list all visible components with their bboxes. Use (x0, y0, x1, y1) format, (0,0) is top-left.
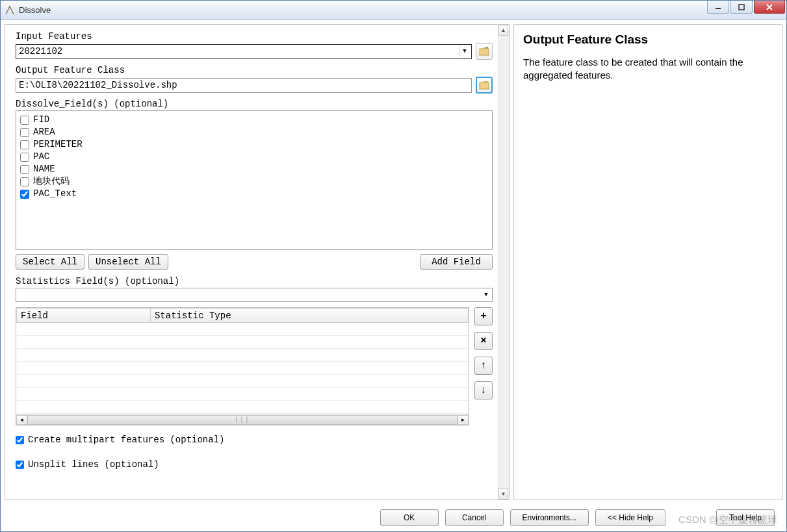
tool-help-button[interactable]: Tool Help (716, 509, 775, 526)
close-button[interactable] (754, 1, 785, 14)
cancel-button[interactable]: Cancel (445, 509, 504, 526)
table-row[interactable] (17, 323, 469, 336)
field-checkbox[interactable] (20, 177, 29, 186)
statistics-label: Statistics Field(s) (optional) (16, 276, 493, 286)
dialog-window: Dissolve Input Features 20221102 ▼ (0, 0, 787, 532)
dissolve-field-item[interactable]: NAME (20, 163, 488, 175)
move-up-button[interactable]: ↑ (474, 357, 493, 375)
field-checkbox[interactable] (20, 165, 29, 174)
stats-col-stat[interactable]: Statistic Type (150, 309, 468, 323)
scroll-right-icon[interactable]: ► (458, 415, 469, 425)
field-checkbox[interactable] (20, 153, 29, 162)
field-name: PAC (33, 151, 49, 163)
unsplit-checkbox[interactable]: Unsplit lines (optional) (16, 459, 493, 470)
table-row[interactable] (17, 349, 469, 362)
svg-rect-1 (739, 5, 744, 10)
help-title: Output Feature Class (523, 32, 773, 47)
field-checkbox[interactable] (20, 116, 29, 125)
field-name: NAME (33, 163, 55, 175)
remove-stat-button[interactable]: × (474, 332, 493, 350)
hide-help-button[interactable]: << Hide Help (595, 509, 665, 526)
field-checkbox[interactable] (20, 128, 29, 137)
minimize-button[interactable] (707, 1, 729, 14)
unsplit-label: Unsplit lines (optional) (28, 459, 159, 470)
field-name: PAC_Text (33, 188, 77, 200)
environments-button[interactable]: Environments... (510, 509, 589, 526)
dropdown-arrow-icon[interactable]: ▼ (459, 46, 470, 57)
help-body: The feature class to be created that wil… (523, 56, 773, 82)
move-down-button[interactable]: ↓ (474, 381, 493, 399)
add-stat-button[interactable]: + (474, 307, 493, 325)
add-field-button[interactable]: Add Field (420, 254, 493, 270)
dissolve-field-item[interactable]: 地块代码 (20, 175, 488, 188)
field-checkbox[interactable] (20, 140, 29, 149)
unselect-all-button[interactable]: Unselect All (88, 254, 168, 270)
scroll-left-icon[interactable]: ◄ (16, 415, 27, 425)
statistics-dropdown[interactable]: ▼ (16, 288, 493, 302)
dissolve-fields-list[interactable]: FIDAREAPERIMETERPACNAME地块代码PAC_Text (16, 110, 493, 250)
app-icon (5, 5, 15, 16)
input-features-browse-button[interactable] (476, 43, 493, 60)
form-panel: Input Features 20221102 ▼ Output Feature… (5, 25, 498, 500)
svg-rect-0 (716, 8, 721, 9)
input-features-label: Input Features (16, 31, 493, 42)
maximize-button[interactable] (730, 1, 753, 14)
input-features-value: 20221102 (19, 46, 459, 57)
table-row[interactable] (17, 336, 469, 349)
dissolve-field-item[interactable]: PAC (20, 151, 488, 163)
dissolve-field-item[interactable]: AREA (20, 126, 488, 138)
input-features-combo[interactable]: 20221102 ▼ (16, 44, 472, 59)
output-fc-browse-button[interactable] (476, 77, 493, 94)
ok-button[interactable]: OK (380, 509, 439, 526)
dropdown-arrow-icon: ▼ (480, 292, 492, 298)
dialog-footer: OK Cancel Environments... << Hide Help T… (1, 504, 786, 531)
statistics-table[interactable]: Field Statistic Type (16, 307, 469, 425)
scroll-up-icon[interactable]: ▲ (498, 25, 508, 36)
dissolve-field-item[interactable]: PERIMETER (20, 138, 488, 151)
dissolve-fields-label: Dissolve_Field(s) (optional) (16, 99, 493, 109)
content-area: Input Features 20221102 ▼ Output Feature… (1, 20, 786, 504)
dissolve-field-item[interactable]: FID (20, 114, 488, 126)
titlebar[interactable]: Dissolve (1, 1, 786, 20)
multipart-checkbox[interactable]: Create multipart features (optional) (16, 435, 493, 445)
field-name: PERIMETER (33, 138, 83, 151)
field-name: FID (33, 114, 49, 126)
help-panel: Output Feature Class The feature class t… (513, 24, 782, 500)
output-fc-input[interactable] (16, 78, 472, 93)
table-row[interactable] (17, 388, 469, 401)
vertical-scrollbar[interactable]: ▲ ▼ (498, 25, 509, 500)
svg-rect-3 (480, 82, 489, 89)
form-container: Input Features 20221102 ▼ Output Feature… (5, 24, 510, 500)
table-row[interactable] (17, 375, 469, 388)
field-name: 地块代码 (33, 175, 70, 188)
scroll-down-icon[interactable]: ▼ (498, 488, 508, 500)
field-checkbox[interactable] (20, 190, 29, 199)
svg-rect-2 (480, 49, 489, 55)
stats-col-field[interactable]: Field (17, 309, 151, 323)
multipart-label: Create multipart features (optional) (28, 435, 224, 445)
window-controls (707, 1, 786, 19)
window-title: Dissolve (19, 5, 707, 15)
table-row[interactable] (17, 362, 469, 375)
dissolve-field-item[interactable]: PAC_Text (20, 188, 488, 200)
output-fc-label: Output Feature Class (16, 65, 493, 75)
field-name: AREA (33, 126, 55, 138)
select-all-button[interactable]: Select All (16, 254, 84, 270)
table-row[interactable] (17, 401, 469, 414)
horizontal-scrollbar[interactable]: ◄ ||| ► (16, 414, 469, 425)
